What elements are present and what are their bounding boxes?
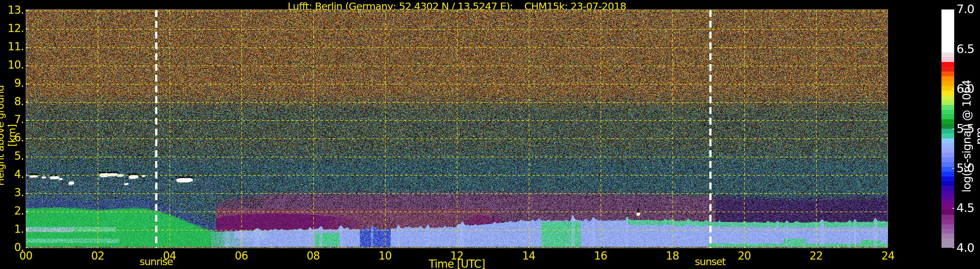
y-tick-label: 11. xyxy=(0,41,24,53)
colorbar-tick-label: 7.0 xyxy=(956,3,974,16)
y-tick-label: 10. xyxy=(0,59,24,71)
y-tick-label: 2. xyxy=(0,205,24,217)
y-tick-label: 7. xyxy=(0,114,24,125)
ceilometer-quicklook-figure: Lufft: Berlin (Germany; 52.4302 N / 13.5… xyxy=(0,0,980,269)
heatmap-canvas xyxy=(26,10,888,248)
y-tick-label: 6. xyxy=(0,132,24,144)
sunrise-label: sunrise xyxy=(120,256,192,267)
colorbar xyxy=(942,10,954,248)
colorbar-tick-label: 4.5 xyxy=(956,201,974,215)
sunset-label: sunset xyxy=(675,256,746,267)
y-tick-label: 4. xyxy=(0,169,24,180)
colorbar-label: log(rc-signal) @ 1064 nm xyxy=(960,74,980,198)
colorbar-tick-label: 4.0 xyxy=(956,241,974,254)
y-tick-label: 13. xyxy=(0,4,24,16)
y-tick-label: 8. xyxy=(0,96,24,107)
colorbar-tick-label: 6.5 xyxy=(956,43,974,56)
y-tick-label: 12. xyxy=(0,22,24,34)
y-tick-label: 9. xyxy=(0,77,24,89)
y-tick-label: 3. xyxy=(0,187,24,199)
y-tick-label: 1. xyxy=(0,223,24,235)
y-tick-label: 5. xyxy=(0,150,24,162)
